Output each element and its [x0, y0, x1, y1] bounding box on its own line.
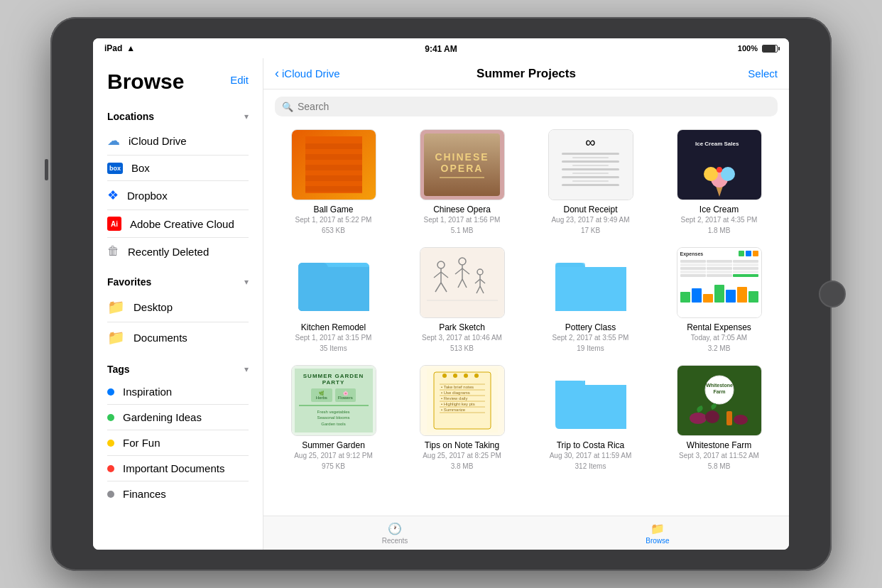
ipad-screen: iPad ▲ 9:41 AM 100% Browse Edit	[93, 38, 789, 550]
file-item-pottery-class[interactable]: Pottery Class Sept 2, 2017 at 3:55 PM19 …	[532, 247, 649, 354]
sidebar-item-inspiration[interactable]: Inspiration	[93, 379, 263, 404]
file-item-kitchen-remodel[interactable]: Kitchen Remodel Sept 1, 2017 at 3:15 PM3…	[275, 247, 392, 354]
for-fun-tag-dot	[107, 440, 114, 447]
locations-chevron-icon: ▾	[244, 111, 249, 121]
battery-percent: 100%	[738, 44, 758, 53]
tags-title: Tags	[107, 364, 130, 375]
svg-rect-39	[434, 372, 491, 429]
tips-note-taking-name: Tips on Note Taking	[425, 440, 499, 450]
donut-receipt-meta: Aug 23, 2017 at 9:49 AM17 KB	[551, 214, 629, 236]
file-item-rental-expenses[interactable]: Expenses	[660, 247, 778, 354]
svg-point-43	[474, 374, 479, 378]
pottery-class-meta: Sept 2, 2017 at 3:55 PM19 Items	[552, 332, 629, 354]
desktop-label: Desktop	[134, 301, 173, 313]
ice-cream-thumb: Ice Cream Sales	[677, 129, 762, 200]
inspiration-label: Inspiration	[123, 386, 172, 398]
file-item-tips-note-taking[interactable]: • Take brief notes • Use diagrams • Revi…	[403, 365, 521, 472]
gardening-ideas-label: Gardening Ideas	[123, 411, 202, 423]
svg-rect-4	[305, 165, 362, 170]
locations-section-header: Locations ▾	[93, 99, 263, 126]
pottery-class-name: Pottery Class	[565, 322, 616, 332]
file-item-summer-garden[interactable]: SUMMER GARDEN PARTY 🌿 Herbs 🌸 Flowers Fr…	[275, 365, 392, 472]
sidebar-item-adobe[interactable]: Ai Adobe Creative Cloud	[93, 210, 263, 237]
sidebar: Browse Edit Locations ▾ ☁ iCloud Drive b…	[93, 58, 263, 550]
file-item-chinese-opera[interactable]: CHINESE OPERA Chinese Opera Sept 1, 2017…	[403, 129, 521, 236]
status-left: iPad ▲	[104, 43, 135, 53]
desktop-folder-icon: 📁	[107, 298, 125, 315]
svg-point-60	[690, 413, 707, 424]
file-item-donut-receipt[interactable]: ∞ Donut	[532, 129, 649, 236]
sidebar-item-box[interactable]: box Box	[93, 156, 263, 180]
ball-game-preview	[292, 130, 376, 200]
sidebar-item-for-fun[interactable]: For Fun	[93, 430, 263, 455]
sidebar-item-icloud-drive[interactable]: ☁ iCloud Drive	[93, 126, 263, 155]
svg-rect-37	[555, 263, 585, 268]
whitestone-farm-thumb: Whitestone Farm	[677, 365, 762, 436]
nav-select-button[interactable]: Select	[748, 67, 778, 80]
battery-icon	[762, 45, 778, 53]
svg-text:• Review daily: • Review daily	[441, 396, 467, 401]
box-icon: box	[107, 163, 123, 174]
important-docs-label: Important Documents	[123, 462, 224, 474]
search-bar: 🔍	[263, 89, 789, 124]
browse-tab-label: Browse	[646, 537, 669, 545]
donut-receipt-preview: ∞	[549, 130, 633, 200]
summer-garden-thumb: SUMMER GARDEN PARTY 🌿 Herbs 🌸 Flowers Fr…	[291, 365, 376, 436]
main-area: Browse Edit Locations ▾ ☁ iCloud Drive b…	[93, 58, 789, 550]
summer-garden-name: Summer Garden	[302, 440, 365, 450]
adobe-label: Adobe Creative Cloud	[130, 218, 234, 230]
favorites-section-header: Favorites ▾	[93, 265, 263, 292]
file-item-ball-game[interactable]: Ball Game Sept 1, 2017 at 5:22 PM653 KB	[275, 129, 392, 236]
tags-section-header: Tags ▾	[93, 352, 263, 379]
chinese-opera-name: Chinese Opera	[433, 205, 491, 214]
file-item-ice-cream[interactable]: Ice Cream Sales	[660, 129, 778, 236]
svg-rect-55	[555, 381, 585, 386]
locations-title: Locations	[107, 111, 154, 122]
nav-back-button[interactable]: ‹ iCloud Drive	[275, 66, 340, 81]
sidebar-item-dropbox[interactable]: ❖ Dropbox	[93, 181, 263, 209]
trip-costa-rica-meta: Aug 30, 2017 at 11:59 AM312 Items	[550, 450, 632, 472]
file-item-park-sketch[interactable]: Park Sketch Sept 3, 2017 at 10:46 AM513 …	[403, 247, 521, 354]
sidebar-item-important-docs[interactable]: Important Documents	[93, 456, 263, 481]
svg-point-40	[442, 374, 447, 378]
sidebar-item-documents[interactable]: 📁 Documents	[93, 322, 263, 352]
rental-expenses-preview: Expenses	[677, 248, 761, 317]
trip-costa-rica-thumb	[548, 365, 633, 436]
back-chevron-icon: ‹	[275, 66, 279, 81]
whitestone-farm-name: Whitestone Farm	[687, 440, 751, 450]
for-fun-label: For Fun	[123, 437, 160, 449]
box-label: Box	[131, 162, 150, 174]
sidebar-item-finances[interactable]: Finances	[93, 481, 263, 506]
volume-button	[45, 159, 48, 180]
tab-browse[interactable]: 📁 Browse	[526, 516, 789, 550]
sidebar-item-gardening-ideas[interactable]: Gardening Ideas	[93, 405, 263, 430]
sidebar-edit-button[interactable]: Edit	[230, 74, 249, 86]
chinese-opera-meta: Sept 1, 2017 at 1:56 PM5.1 MB	[424, 214, 501, 236]
important-docs-tag-dot	[107, 465, 114, 472]
sidebar-item-desktop[interactable]: 📁 Desktop	[93, 292, 263, 322]
dropbox-icon: ❖	[107, 187, 119, 203]
svg-point-42	[464, 374, 468, 378]
tips-note-taking-preview: • Take brief notes • Use diagrams • Revi…	[420, 366, 504, 435]
park-sketch-preview	[420, 248, 504, 317]
sidebar-item-recently-deleted[interactable]: 🗑 Recently Deleted	[93, 238, 263, 265]
file-item-whitestone-farm[interactable]: Whitestone Farm	[660, 365, 778, 472]
rental-expenses-meta: Today, at 7:05 AM3.2 MB	[691, 332, 747, 354]
home-button[interactable]	[819, 281, 846, 307]
documents-label: Documents	[134, 332, 187, 344]
search-input-wrap[interactable]: 🔍	[275, 97, 778, 116]
ball-game-name: Ball Game	[313, 205, 353, 214]
tab-recents[interactable]: 🕐 Recents	[263, 516, 526, 550]
tips-note-taking-meta: Aug 25, 2017 at 8:25 PM3.8 MB	[423, 450, 501, 472]
adobe-icon: Ai	[107, 217, 121, 231]
icloud-drive-label: iCloud Drive	[129, 135, 187, 147]
file-item-trip-costa-rica[interactable]: Trip to Costa Rica Aug 30, 2017 at 11:59…	[532, 365, 649, 472]
wifi-icon: ▲	[126, 43, 135, 53]
recents-tab-label: Recents	[382, 537, 408, 545]
search-icon: 🔍	[282, 102, 293, 112]
content-pane: ‹ iCloud Drive Summer Projects Select 🔍	[263, 58, 789, 550]
whitestone-farm-preview: Whitestone Farm	[677, 366, 761, 435]
search-input[interactable]	[298, 101, 771, 112]
browse-tab-icon: 📁	[650, 522, 665, 535]
kitchen-remodel-thumb	[291, 247, 376, 318]
